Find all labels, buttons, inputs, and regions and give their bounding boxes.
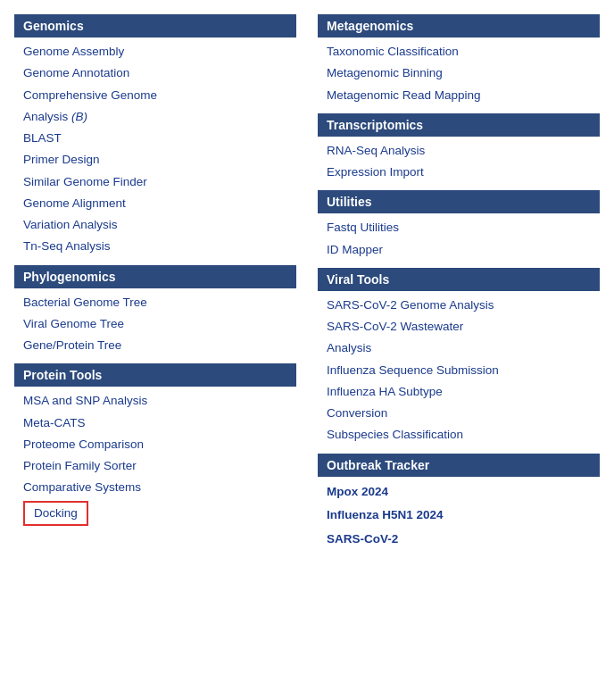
section-utilities: UtilitiesFastq UtilitiesID Mapper [318,190,600,261]
section-item-phylogenomics-0[interactable]: Bacterial Genome Tree [14,292,296,313]
section-item-utilities-1[interactable]: ID Mapper [318,239,600,261]
section-item-genomics-8[interactable]: Variation Analysis [14,214,296,236]
section-transcriptomics: TranscriptomicsRNA-Seq AnalysisExpressio… [318,113,600,184]
docking-item[interactable]: Docking [23,501,88,526]
main-grid: GenomicsGenome AssemblyGenome Annotation… [14,14,600,559]
section-item-metagenomics-1[interactable]: Metagenomic Binning [318,62,600,84]
section-metagenomics: MetagenomicsTaxonomic ClassificationMeta… [318,14,600,106]
section-header-metagenomics: Metagenomics [318,14,600,38]
section-item-genomics-5[interactable]: Primer Design [14,149,296,171]
section-header-phylogenomics: Phylogenomics [14,265,296,288]
section-item-viral-tools-0[interactable]: SARS-CoV-2 Genome Analysis [318,295,600,316]
section-item-utilities-0[interactable]: Fastq Utilities [318,217,600,238]
section-item-protein-tools-4[interactable]: Comparative Systems [14,477,296,498]
section-item-genomics-4[interactable]: BLAST [14,128,296,149]
section-item-viral-tools-4[interactable]: Influenza HA Subtype [318,381,600,403]
section-item-metagenomics-2[interactable]: Metagenomic Read Mapping [318,85,600,106]
section-header-utilities: Utilities [318,190,600,213]
section-item-protein-tools-3[interactable]: Protein Family Sorter [14,455,296,477]
section-outbreak-tracker: Outbreak TrackerMpox 2024Influenza H5N1 … [318,454,600,553]
section-item-metagenomics-0[interactable]: Taxonomic Classification [318,41,600,62]
left-column: GenomicsGenome AssemblyGenome Annotation… [14,14,296,559]
section-header-transcriptomics: Transcriptomics [318,113,600,137]
section-header-viral-tools: Viral Tools [318,268,600,291]
section-item-genomics-0[interactable]: Genome Assembly [14,41,296,62]
section-header-protein-tools: Protein Tools [14,363,296,387]
section-header-outbreak-tracker: Outbreak Tracker [318,454,600,477]
outbreak-item-0[interactable]: Mpox 2024 [318,480,600,504]
section-item-genomics-1[interactable]: Genome Annotation [14,62,296,84]
right-column: MetagenomicsTaxonomic ClassificationMeta… [318,14,600,559]
section-item-genomics-7[interactable]: Genome Alignment [14,193,296,214]
section-viral-tools: Viral ToolsSARS-CoV-2 Genome AnalysisSAR… [318,268,600,446]
section-item-viral-tools-1[interactable]: SARS-CoV-2 Wastewater [318,316,600,338]
outbreak-item-1[interactable]: Influenza H5N1 2024 [318,504,600,528]
section-item-transcriptomics-0[interactable]: RNA-Seq Analysis [318,140,600,162]
section-protein-tools: Protein ToolsMSA and SNP AnalysisMeta-CA… [14,363,296,526]
section-item-protein-tools-2[interactable]: Proteome Comparison [14,434,296,455]
section-item-protein-tools-1[interactable]: Meta-CATS [14,412,296,434]
section-item-viral-tools-3[interactable]: Influenza Sequence Submission [318,360,600,381]
section-item-transcriptomics-1[interactable]: Expression Import [318,162,600,183]
section-header-genomics: Genomics [14,14,296,38]
section-item-genomics-9[interactable]: Tn-Seq Analysis [14,236,296,257]
outbreak-item-2[interactable]: SARS-CoV-2 [318,528,600,552]
section-phylogenomics: PhylogenomicsBacterial Genome TreeViral … [14,265,296,357]
section-item-viral-tools-6[interactable]: Subspecies Classification [318,424,600,446]
section-item-phylogenomics-2[interactable]: Gene/Protein Tree [14,335,296,356]
section-item-protein-tools-0[interactable]: MSA and SNP Analysis [14,390,296,412]
section-item-viral-tools-2[interactable]: Analysis [318,338,600,359]
section-genomics: GenomicsGenome AssemblyGenome Annotation… [14,14,296,258]
section-item-genomics-2[interactable]: Comprehensive Genome [14,85,296,106]
section-item-phylogenomics-1[interactable]: Viral Genome Tree [14,313,296,335]
section-item-genomics-3[interactable]: Analysis (B) [14,106,296,128]
section-item-viral-tools-5[interactable]: Conversion [318,403,600,424]
section-item-genomics-6[interactable]: Similar Genome Finder [14,171,296,193]
